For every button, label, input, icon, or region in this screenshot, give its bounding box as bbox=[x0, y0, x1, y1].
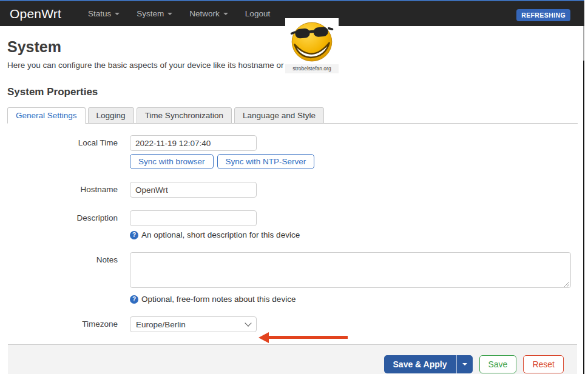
nav-menu: Status System Network Logout bbox=[79, 5, 279, 22]
refreshing-status-badge: REFRESHING bbox=[516, 9, 570, 21]
hostname-label: Hostname bbox=[7, 182, 130, 194]
description-row: Description ? An optional, short descrip… bbox=[7, 210, 578, 239]
local-time-row: Local Time Sync with browser Sync with N… bbox=[7, 135, 578, 169]
scrollbar[interactable] bbox=[583, 26, 584, 374]
caret-down-icon bbox=[115, 13, 120, 15]
timezone-label: Timezone bbox=[7, 316, 130, 329]
description-help-text: An optional, short description for this … bbox=[141, 230, 300, 239]
notes-help: ? Optional, free-form notes about this d… bbox=[130, 295, 578, 304]
caret-down-icon bbox=[223, 13, 228, 15]
save-button[interactable]: Save bbox=[479, 355, 517, 373]
watermark-image: strobelstefan.org bbox=[285, 18, 339, 74]
local-time-label: Local Time bbox=[7, 135, 130, 147]
nav-item-label: Status bbox=[88, 9, 111, 18]
general-settings-form: Local Time Sync with browser Sync with N… bbox=[7, 135, 578, 332]
nav-item-label: Network bbox=[189, 9, 220, 18]
nav-item-label: Logout bbox=[245, 9, 270, 18]
chevron-down-icon bbox=[245, 319, 251, 326]
sync-with-browser-button[interactable]: Sync with browser bbox=[130, 154, 214, 169]
nav-item-status[interactable]: Status bbox=[79, 5, 128, 22]
nav-item-network[interactable]: Network bbox=[181, 5, 237, 22]
caret-down-icon bbox=[462, 363, 467, 366]
timezone-selected-value: Europe/Berlin bbox=[136, 320, 186, 329]
nav-item-system[interactable]: System bbox=[128, 5, 181, 22]
notes-help-text: Optional, free-form notes about this dev… bbox=[141, 295, 296, 304]
help-question-icon: ? bbox=[130, 295, 138, 304]
hostname-row: Hostname bbox=[7, 182, 578, 198]
timezone-select[interactable]: Europe/Berlin bbox=[130, 316, 257, 332]
save-apply-button[interactable]: Save & Apply bbox=[384, 355, 456, 373]
description-input[interactable] bbox=[130, 210, 257, 226]
nav-item-logout[interactable]: Logout bbox=[237, 5, 279, 22]
help-question-icon: ? bbox=[130, 231, 138, 239]
local-time-input[interactable] bbox=[130, 135, 257, 151]
arrow-shaft bbox=[268, 336, 348, 339]
tab-time-synchronization[interactable]: Time Synchronization bbox=[137, 107, 232, 124]
save-apply-dropdown-button[interactable] bbox=[456, 355, 473, 373]
notes-label: Notes bbox=[7, 252, 130, 264]
notes-textarea[interactable] bbox=[130, 252, 571, 288]
sunglasses-smiley-icon bbox=[289, 19, 335, 64]
sync-with-ntp-server-button[interactable]: Sync with NTP-Server bbox=[217, 154, 315, 169]
arrow-head bbox=[259, 332, 269, 343]
section-title: System Properties bbox=[7, 86, 578, 98]
tab-logging[interactable]: Logging bbox=[88, 107, 134, 124]
brand-logo[interactable]: OpenWrt bbox=[10, 7, 61, 21]
hostname-input[interactable] bbox=[130, 182, 257, 198]
description-label: Description bbox=[7, 210, 130, 222]
save-apply-split-button: Save & Apply bbox=[384, 355, 473, 373]
footer-action-bar: Save & Apply Save Reset bbox=[8, 344, 577, 374]
main-content: System Here you can configure the basic … bbox=[0, 26, 581, 374]
caret-down-icon bbox=[167, 13, 172, 15]
notes-row: Notes ? Optional, free-form notes about … bbox=[7, 252, 578, 304]
description-help: ? An optional, short description for thi… bbox=[130, 230, 578, 239]
watermark-caption: strobelstefan.org bbox=[285, 64, 339, 73]
tab-language-and-style[interactable]: Language and Style bbox=[234, 107, 324, 124]
tab-general-settings[interactable]: General Settings bbox=[7, 107, 86, 124]
tab-bar: General Settings Logging Time Synchroniz… bbox=[7, 107, 578, 124]
reset-button[interactable]: Reset bbox=[523, 355, 564, 373]
nav-item-label: System bbox=[137, 9, 164, 18]
timezone-row: Timezone Europe/Berlin bbox=[7, 316, 578, 332]
